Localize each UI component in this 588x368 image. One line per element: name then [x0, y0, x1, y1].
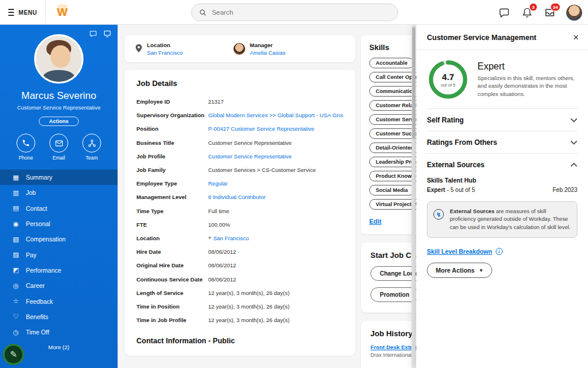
close-icon[interactable]: ×: [573, 33, 579, 42]
skill-level-breakdown-link[interactable]: Skill Level Breakdown: [427, 248, 492, 255]
job-detail-label: Original Hire Date: [136, 262, 208, 268]
more-actions-button[interactable]: More Actions ▼: [427, 263, 492, 278]
job-detail-label: Management Level: [136, 194, 208, 200]
external-source-name: Skills Talent Hub: [427, 177, 577, 184]
menu-button[interactable]: MENU: [0, 0, 46, 25]
job-detail-row: Time TypeFull time: [136, 204, 343, 218]
job-detail-label: Time Type: [136, 208, 208, 214]
job-detail-value: Customer Service Representative: [208, 140, 292, 146]
rating-value: 4.7: [442, 72, 455, 82]
edit-fab[interactable]: ✎: [3, 344, 24, 365]
chat-icon[interactable]: [497, 6, 510, 19]
topbar-icons: 3 34: [497, 0, 582, 25]
actions-button[interactable]: Actions: [39, 117, 78, 126]
skill-detail-panel: Customer Service Management × 4.7 out of…: [416, 25, 588, 368]
notifications-icon[interactable]: 3: [520, 6, 533, 19]
panel-header: Customer Service Management ×: [416, 25, 588, 50]
employee-photo[interactable]: [34, 34, 83, 84]
email-label: Email: [52, 155, 65, 161]
sidebar-item-label: Compensation: [26, 236, 66, 243]
org-chart-icon[interactable]: [102, 29, 112, 38]
note-text: External Sources are measures of skill p…: [450, 208, 571, 231]
user-avatar[interactable]: [566, 5, 582, 21]
inbox-icon[interactable]: 34: [543, 6, 556, 19]
level-description: Specializes in this skill, mentors other…: [477, 74, 576, 98]
job-detail-label: Location: [136, 235, 208, 241]
external-rating: Expert - 5 out of 5: [427, 187, 475, 193]
quick-actions: Phone Email Team: [16, 134, 101, 161]
job-detail-row: Management Level8 Individual Contributor: [136, 190, 343, 204]
email-action[interactable]: Email: [49, 134, 68, 161]
location-value[interactable]: San Francisco: [147, 49, 183, 56]
message-icon[interactable]: [88, 29, 98, 38]
more-actions-label: More Actions: [436, 267, 475, 274]
sidebar-item-pay[interactable]: ▨Pay: [0, 247, 118, 262]
sidebar-item-job[interactable]: ▥Job: [0, 185, 118, 200]
phone-icon: [16, 134, 35, 152]
search-bar[interactable]: [191, 4, 398, 21]
external-rating-level: Expert: [427, 187, 445, 193]
sidebar-item-time-off[interactable]: ◷Time Off: [0, 324, 118, 340]
job-detail-row: Original Hire Date08/06/2012: [136, 258, 343, 272]
rating-caption: out of 5: [440, 82, 455, 88]
ratings-from-others-label: Ratings From Others: [427, 138, 497, 147]
sidebar-item-career[interactable]: ◎Career: [0, 278, 118, 293]
search-input[interactable]: [212, 9, 390, 16]
sidebar-item-label: Feedback: [26, 298, 53, 305]
job-detail-row: FTE100.00%: [136, 218, 343, 231]
job-detail-label: Length of Service: [136, 290, 208, 296]
app-root: MENU W 3 34: [0, 0, 588, 368]
job-detail-value[interactable]: ⌖San Francisco: [208, 234, 249, 241]
main-scrollbar-thumb[interactable]: [412, 27, 415, 139]
job-detail-value[interactable]: P-00427 Customer Service Representative: [208, 125, 315, 132]
job-detail-value: 12 year(s), 3 month(s), 26 day(s): [208, 303, 289, 310]
team-action[interactable]: Team: [82, 134, 101, 161]
sidebar-item-label: Job: [26, 189, 36, 196]
job-detail-value[interactable]: Regular: [208, 180, 228, 187]
job-detail-row: Job FamilyCustomer Services > CS-Custome…: [136, 163, 343, 177]
job-detail-row: PositionP-00427 Customer Service Represe…: [136, 122, 343, 135]
job-detail-row: Length of Service12 year(s), 3 month(s),…: [136, 286, 343, 300]
job-detail-value: 21317: [208, 98, 223, 105]
accordion-ratings-from-others[interactable]: Ratings From Others: [427, 131, 577, 153]
pencil-icon: ✎: [10, 349, 18, 360]
sidebar-item-label: Pay: [26, 251, 36, 258]
skills-edit-link[interactable]: Edit: [369, 218, 382, 225]
sidebar-item-label: Time Off: [26, 329, 49, 336]
sidebar-item-benefits[interactable]: ♡Benefits: [0, 309, 118, 324]
job-details-rows: Employee ID21317Supervisory Organization…: [136, 95, 343, 327]
phone-action[interactable]: Phone: [16, 134, 35, 161]
star-icon: ☆: [12, 297, 20, 305]
accordion-external-sources[interactable]: External Sources: [427, 153, 577, 175]
workday-logo[interactable]: W: [54, 4, 71, 21]
logo-letter: W: [57, 6, 68, 19]
accordion-self-rating[interactable]: Self Rating: [427, 109, 577, 131]
sidebar-item-summary[interactable]: ▦Summary: [0, 170, 118, 185]
job-detail-value[interactable]: Global Modern Services >> Global Support…: [208, 112, 343, 118]
job-detail-value[interactable]: 8 Individual Contributor: [208, 194, 266, 200]
info-icon[interactable]: i: [496, 248, 503, 255]
external-rating-row: Expert - 5 out of 5 Feb 2023: [427, 187, 577, 193]
skill-pill[interactable]: Accountable: [369, 58, 414, 68]
sidebar-item-compensation[interactable]: ▧Compensation: [0, 231, 118, 247]
job-detail-row: Hire Date08/06/2012: [136, 245, 343, 258]
sidebar-item-personal[interactable]: ◉Personal: [0, 216, 118, 231]
location-label: Location: [147, 42, 183, 48]
job-detail-row: Employee ID21317: [136, 95, 343, 108]
team-label: Team: [86, 155, 98, 161]
topbar: MENU W 3 34: [0, 0, 588, 25]
employee-name: Marcus Severino: [21, 90, 96, 102]
contact-info-title: Contact Information - Public: [136, 337, 343, 345]
skill-pill[interactable]: Social Media: [369, 185, 415, 195]
person-icon: ◉: [12, 220, 20, 228]
chevron-down-icon: [570, 140, 577, 145]
sidebar-item-contact[interactable]: ▤Contact: [0, 201, 118, 216]
manager-value[interactable]: Amelia Casias: [250, 49, 286, 56]
manager-label: Manager: [250, 42, 286, 48]
job-detail-value[interactable]: Customer Service Representative: [208, 153, 292, 160]
sidebar-item-performance[interactable]: ◩Performance: [0, 263, 118, 278]
job-detail-value: 12 year(s), 3 month(s), 26 day(s): [208, 290, 289, 296]
main-scrollbar-track[interactable]: [412, 25, 416, 368]
sidebar-item-feedback[interactable]: ☆Feedback: [0, 293, 118, 309]
nav-more-link[interactable]: More (2): [48, 344, 69, 350]
